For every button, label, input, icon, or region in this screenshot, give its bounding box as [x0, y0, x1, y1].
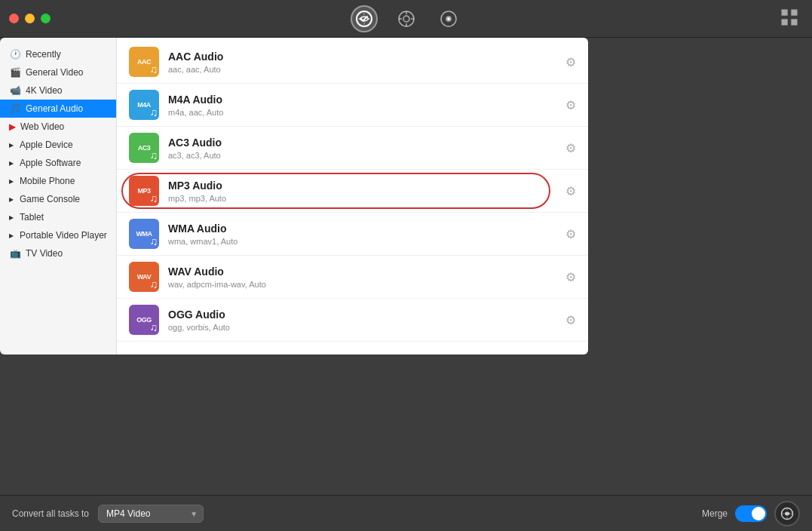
convert-start-icon — [780, 507, 794, 520]
format-item-m4a[interactable]: M4A ♫ M4A Audio m4a, aac, Auto ⚙ — [117, 84, 588, 127]
format-name-ogg: OGG Audio — [168, 308, 230, 321]
sidebar-item-general-audio[interactable]: 🎵 General Audio — [0, 100, 116, 118]
sidebar-item-tv-video-label: TV Video — [26, 248, 63, 259]
format-settings-aac[interactable]: ⚙ — [565, 55, 576, 69]
general-video-icon: 🎬 — [9, 67, 21, 78]
sidebar-item-apple-device[interactable]: ▶ Apple Device — [0, 136, 116, 154]
svg-point-2 — [403, 16, 409, 22]
format-select-wrapper: MP4 Video MKV Video AVI Video MOV Video … — [98, 505, 204, 523]
format-exts-ac3: ac3, ac3, Auto — [168, 151, 222, 160]
convert-all-label: Convert all tasks to — [12, 508, 89, 519]
format-item-ac3[interactable]: AC3 ♫ AC3 Audio ac3, ac3, Auto ⚙ — [117, 127, 588, 170]
close-button[interactable] — [9, 14, 19, 23]
sidebar-item-mobile-phone[interactable]: ▶ Mobile Phone — [0, 172, 116, 190]
format-exts-wma: wma, wmav1, Auto — [168, 237, 237, 246]
editor-tab[interactable] — [393, 5, 420, 32]
mobile-phone-arrow: ▶ — [9, 178, 14, 185]
sidebar-item-game-console[interactable]: ▶ Game Console — [0, 190, 116, 208]
sidebar-item-web-video[interactable]: ▶ Web Video — [0, 118, 116, 136]
merge-toggle[interactable] — [735, 505, 767, 522]
format-exts-mp3: mp3, mp3, Auto — [168, 194, 226, 203]
format-category-panel: 🕐 Recently 🎬 General Video 📹 4K Video 🎵 … — [0, 38, 117, 355]
toggle-thumb — [752, 507, 765, 520]
format-exts-m4a: m4a, aac, Auto — [168, 108, 223, 117]
minimize-button[interactable] — [25, 14, 35, 23]
sidebar-item-tv-video[interactable]: 📺 TV Video — [0, 244, 116, 262]
sidebar-item-general-video-label: General Video — [26, 67, 84, 78]
maximize-button[interactable] — [41, 14, 51, 23]
format-icon-ogg: OGG ♫ — [129, 305, 159, 335]
dvd-tab[interactable] — [435, 5, 462, 32]
sidebar-item-web-video-label: Web Video — [20, 121, 64, 132]
web-video-icon: ▶ — [9, 121, 16, 132]
format-icon-m4a: M4A ♫ — [129, 90, 159, 120]
format-item-wma[interactable]: WMA ♫ WMA Audio wma, wmav1, Auto ⚙ — [117, 213, 588, 256]
apple-device-arrow: ▶ — [9, 142, 14, 149]
format-item-ogg[interactable]: OGG ♫ OGG Audio ogg, vorbis, Auto ⚙ — [117, 299, 588, 342]
svg-rect-10 — [782, 9, 788, 15]
format-settings-ogg[interactable]: ⚙ — [565, 313, 576, 327]
format-details-wav: WAV Audio wav, adpcm-ima-wav, Auto — [168, 266, 266, 289]
title-bar — [0, 0, 812, 38]
portable-video-arrow: ▶ — [9, 232, 14, 239]
recently-icon: 🕐 — [9, 49, 21, 60]
format-select[interactable]: MP4 Video MKV Video AVI Video MOV Video … — [98, 505, 204, 523]
game-console-arrow: ▶ — [9, 196, 14, 203]
sidebar-item-apple-device-label: Apple Device — [20, 140, 73, 150]
format-icon-wav: WAV ♫ — [129, 262, 159, 292]
apple-software-arrow: ▶ — [9, 160, 14, 167]
sidebar-item-4k-video-label: 4K Video — [26, 85, 63, 96]
4k-video-icon: 📹 — [9, 85, 21, 96]
format-icon-wma: WMA ♫ — [129, 219, 159, 249]
dvd-icon — [440, 10, 458, 28]
svg-rect-12 — [782, 19, 788, 25]
format-item-mp3[interactable]: MP3 ♫ MP3 Audio mp3, mp3, Auto ⚙ — [117, 170, 588, 213]
format-exts-aac: aac, aac, Auto — [168, 65, 223, 74]
format-icon-aac: AAC ♫ — [129, 47, 159, 77]
sidebar-item-4k-video[interactable]: 📹 4K Video — [0, 81, 116, 100]
format-settings-m4a[interactable]: ⚙ — [565, 98, 576, 112]
format-settings-wma[interactable]: ⚙ — [565, 227, 576, 241]
traffic-lights — [9, 14, 51, 23]
format-name-ac3: AC3 Audio — [168, 137, 222, 149]
format-dropdown: 🕐 Recently 🎬 General Video 📹 4K Video 🎵 … — [0, 38, 588, 355]
format-details-ac3: AC3 Audio ac3, ac3, Auto — [168, 137, 222, 160]
grid-view-button[interactable] — [779, 7, 800, 31]
sidebar-item-tablet-label: Tablet — [20, 212, 44, 223]
format-details-ogg: OGG Audio ogg, vorbis, Auto — [168, 308, 230, 332]
convert-icon — [355, 10, 373, 28]
sidebar-item-apple-software[interactable]: ▶ Apple Software — [0, 154, 116, 172]
editor-icon — [397, 10, 415, 28]
format-exts-wav: wav, adpcm-ima-wav, Auto — [168, 280, 266, 289]
sidebar-item-general-video[interactable]: 🎬 General Video — [0, 63, 116, 81]
format-settings-ac3[interactable]: ⚙ — [565, 141, 576, 155]
start-convert-button[interactable] — [774, 501, 800, 526]
bottom-bar: Convert all tasks to MP4 Video MKV Video… — [0, 495, 812, 531]
sidebar-item-apple-software-label: Apple Software — [20, 158, 81, 168]
sidebar-item-game-console-label: Game Console — [20, 194, 80, 204]
format-settings-wav[interactable]: ⚙ — [565, 270, 576, 284]
general-audio-icon: 🎵 — [9, 103, 21, 114]
title-bar-nav — [351, 5, 462, 32]
grid-icon — [779, 7, 800, 28]
sidebar-item-recently[interactable]: 🕐 Recently — [0, 45, 116, 63]
sidebar-item-recently-label: Recently — [26, 49, 61, 60]
format-icon-mp3: MP3 ♫ — [129, 176, 159, 206]
format-name-wma: WMA Audio — [168, 223, 237, 235]
format-item-wav[interactable]: WAV ♫ WAV Audio wav, adpcm-ima-wav, Auto… — [117, 256, 588, 299]
sidebar-item-general-audio-label: General Audio — [26, 103, 83, 114]
sidebar-item-tablet[interactable]: ▶ Tablet — [0, 208, 116, 226]
sidebar-item-mobile-phone-label: Mobile Phone — [20, 176, 75, 186]
format-settings-mp3[interactable]: ⚙ — [565, 184, 576, 198]
sidebar-item-portable-video[interactable]: ▶ Portable Video Player — [0, 226, 116, 244]
format-details-wma: WMA Audio wma, wmav1, Auto — [168, 223, 237, 246]
format-exts-ogg: ogg, vorbis, Auto — [168, 323, 230, 332]
sidebar-item-portable-video-label: Portable Video Player — [20, 230, 107, 241]
convert-tab[interactable] — [351, 5, 378, 32]
format-item-aac[interactable]: AAC ♫ AAC Audio aac, aac, Auto ⚙ — [117, 41, 588, 84]
format-name-aac: AAC Audio — [168, 51, 223, 63]
format-details-m4a: M4A Audio m4a, aac, Auto — [168, 94, 223, 117]
format-name-wav: WAV Audio — [168, 266, 266, 278]
svg-point-9 — [448, 18, 449, 20]
format-name-mp3: MP3 Audio — [168, 180, 226, 192]
